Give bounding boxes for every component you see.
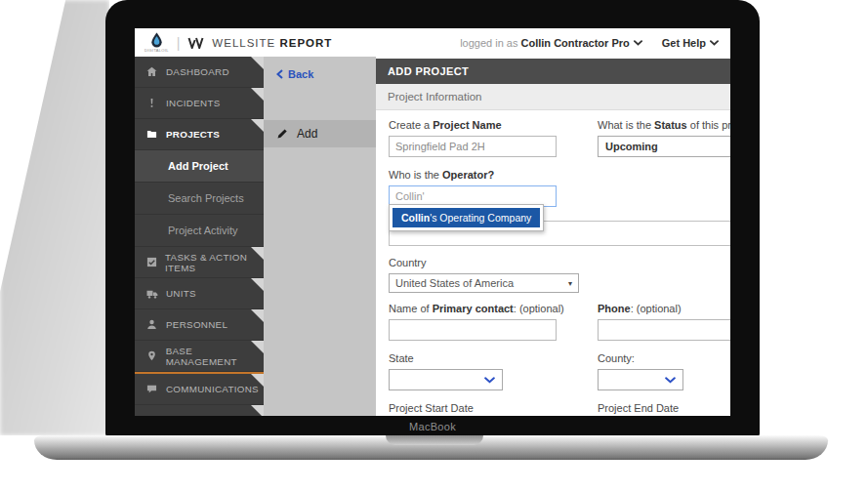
label-bold: Status	[654, 119, 687, 131]
sidebar-item-label: PERSONNEL	[166, 319, 227, 330]
chevron-down-icon	[634, 40, 642, 46]
phone-input[interactable]	[598, 319, 730, 341]
status-value: Upcoming	[605, 141, 658, 152]
corner-fold	[251, 278, 264, 291]
sidebar-item-label: Add Project	[168, 160, 228, 172]
alert-icon	[146, 98, 158, 109]
label-bold: Project Name	[433, 119, 501, 131]
corner-fold	[251, 88, 264, 101]
country-label: Country	[389, 257, 579, 268]
get-help-menu[interactable]: Get Help	[662, 37, 719, 49]
sidebar: DASHBOARDINCIDENTSPROJECTSAdd ProjectSea…	[135, 57, 264, 416]
sidebar-item-dashboard[interactable]: DASHBOARD	[135, 57, 264, 88]
main-content: ADD PROJECT Project Information Create a…	[376, 57, 730, 416]
sidebar-item-units[interactable]: UNITS	[135, 278, 264, 309]
label-bold: Primary contact	[433, 303, 514, 314]
w-logo-icon	[187, 37, 204, 49]
state-label: State	[389, 352, 557, 364]
sidebar-item-label: INCIDENTS	[166, 98, 221, 108]
start-date-label: Project Start Date	[389, 402, 557, 414]
operator-suggestion-item[interactable]: Collin's Operating Company	[393, 208, 540, 227]
sidebar-item-label: TASKS & ACTION ITEMS	[165, 252, 264, 273]
sidebar-item-label: BASE MANAGEMENT	[166, 346, 264, 367]
sidebar-item-communications[interactable]: COMMUNICATIONS	[135, 372, 264, 405]
label-text: Name of	[389, 303, 433, 314]
label-text: Who is the	[389, 169, 442, 181]
sidebar-item-projects[interactable]: PROJECTS	[135, 119, 264, 150]
subnav-item-add[interactable]: Add	[264, 120, 376, 147]
country-value: United States of America	[395, 277, 514, 289]
state-select[interactable]	[389, 369, 503, 390]
pin-icon	[146, 350, 158, 362]
chevron-down-icon	[484, 377, 495, 384]
country-select[interactable]: United States of America ▾	[389, 273, 579, 293]
brand: DIGITALOIL | WELLSITE REPORT	[145, 32, 332, 53]
brand-divider: |	[177, 35, 181, 51]
caret-down-icon: ▾	[568, 279, 572, 288]
app-screen: DIGITALOIL | WELLSITE REPORT logged in a…	[135, 28, 730, 416]
county-label: County:	[598, 352, 730, 364]
sidebar-item-label: Project Activity	[168, 225, 238, 236]
corner-fold	[251, 374, 264, 387]
county-select[interactable]	[598, 369, 683, 390]
add-label: Add	[297, 127, 317, 141]
logo-caption: DIGITALOIL	[145, 49, 169, 53]
sidebar-item-base-management[interactable]: BASE MANAGEMENT	[135, 341, 264, 372]
sidebar-item-add-project[interactable]: Add Project	[135, 150, 264, 183]
sidebar-item-personnel[interactable]: PERSONNEL	[135, 309, 264, 341]
label-text: : (optional)	[631, 303, 682, 314]
user-name: Collin Contractor Pro	[521, 37, 630, 49]
primary-contact-label: Name of Primary contact: (optional)	[389, 303, 557, 314]
suggestion-rest: 's Operating Company	[430, 212, 531, 224]
person-icon	[146, 319, 158, 331]
project-name-label: Create a Project Name	[389, 119, 557, 131]
logged-in-menu[interactable]: logged in as Collin Contractor Pro	[460, 37, 642, 49]
label-text: of this project?	[687, 119, 730, 131]
back-button[interactable]: Back	[276, 68, 313, 80]
sidebar-item-incidents[interactable]: INCIDENTS	[135, 88, 264, 119]
primary-contact-input[interactable]	[389, 319, 557, 341]
macbook-label: MacBook	[105, 421, 760, 432]
laptop-shadow	[0, 0, 109, 435]
chevron-left-icon	[276, 69, 283, 79]
header-right: logged in as Collin Contractor Pro Get H…	[460, 37, 719, 49]
sidebar-item-partial[interactable]	[135, 405, 264, 416]
get-help-label: Get Help	[662, 37, 706, 49]
page-title: ADD PROJECT	[376, 59, 730, 84]
chevron-down-icon	[665, 377, 676, 384]
app-header: DIGITALOIL | WELLSITE REPORT logged in a…	[135, 28, 730, 57]
sidebar-item-project-activity[interactable]: Project Activity	[135, 215, 264, 247]
user-menu[interactable]: Collin Contractor Pro	[521, 37, 642, 49]
sidebar-item-tasks-action-items[interactable]: TASKS & ACTION ITEMS	[135, 247, 264, 278]
macbook-bezel: DIGITALOIL | WELLSITE REPORT logged in a…	[105, 0, 760, 436]
status-select[interactable]: Upcoming	[598, 136, 730, 157]
pencil-icon	[276, 128, 288, 140]
add-project-form: Create a Project Name What is the Status…	[376, 110, 730, 416]
label-bold: Operator?	[442, 169, 494, 181]
corner-fold	[251, 309, 264, 322]
sidebar-item-label: UNITS	[166, 288, 196, 299]
droplet-icon	[150, 32, 163, 48]
sidebar-item-label: COMMUNICATIONS	[166, 384, 259, 394]
subnav: Back Add	[264, 57, 376, 416]
app-body: DASHBOARDINCIDENTSPROJECTSAdd ProjectSea…	[135, 57, 730, 416]
wellsite-report-app: DIGITALOIL | WELLSITE REPORT logged in a…	[135, 28, 730, 416]
sidebar-item-search-projects[interactable]: Search Projects	[135, 183, 264, 215]
status-label: What is the Status of this project?	[598, 119, 730, 131]
label-text: Create a	[389, 119, 433, 131]
suggestion-bold: Collin	[401, 212, 430, 224]
end-date-label: Project End Date	[598, 402, 730, 414]
tasks-icon	[146, 257, 157, 268]
macbook-base-notch	[386, 435, 483, 445]
corner-fold	[251, 405, 264, 416]
corner-fold	[251, 119, 264, 132]
project-name-input[interactable]	[389, 136, 557, 157]
operator-suggestion-dropdown: Collin's Operating Company	[389, 204, 544, 231]
app-title-regular: WELLSITE	[212, 37, 275, 49]
label-text: What is the	[598, 119, 654, 131]
sidebar-item-label: PROJECTS	[166, 129, 220, 140]
truck-icon	[146, 288, 158, 300]
home-icon	[146, 66, 158, 78]
corner-fold	[251, 341, 264, 353]
corner-fold	[251, 57, 264, 69]
